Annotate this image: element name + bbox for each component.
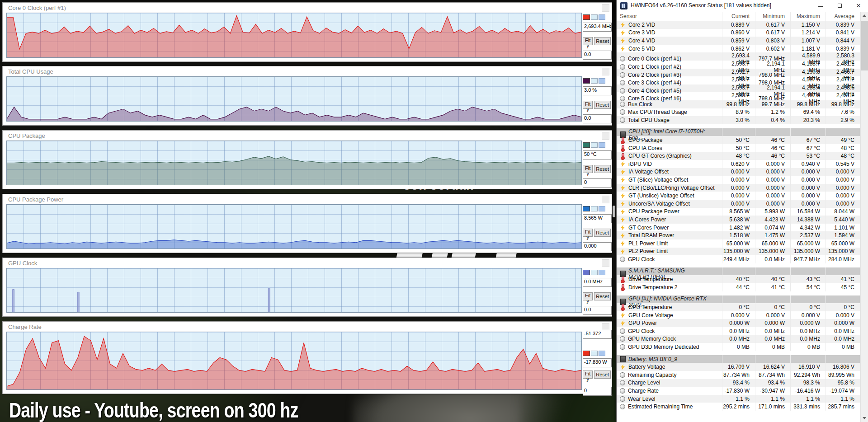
sensor-row[interactable]: Core 2 Clock (perf #3)2,992.7 MHz798.0 M… — [617, 69, 860, 77]
sensor-row[interactable]: Charge Rate-17.830 W-30.947 W-16.416 W-1… — [617, 387, 860, 395]
sensor-section-header[interactable]: Battery: MSI BIF0_9 — [617, 355, 860, 363]
series-color-swatch[interactable] — [583, 351, 590, 356]
sensor-row[interactable]: GPU Memory Clock0.0 MHz0.0 MHz0.0 MHz0.0… — [617, 335, 860, 343]
graph-min-scale-input[interactable]: 0.0 — [583, 51, 612, 60]
background-color-swatch[interactable] — [591, 78, 598, 84]
sensor-row[interactable]: GPU Clock249.4 MHz0.0 MHz947.7 MHz284.0 … — [617, 255, 860, 263]
graph-corner-button[interactable] — [602, 68, 609, 75]
sensor-row[interactable]: GPU Clock0.0 MHz0.0 MHz0.0 MHz0.0 MHz — [617, 327, 860, 335]
sensor-row[interactable]: Core 3 Clock (perf #4)2,593.7 MHz798.0 M… — [617, 76, 860, 84]
graph-min-scale-input[interactable]: 0 — [583, 178, 612, 188]
sensor-row[interactable]: Drive Temperature 244 °C41 °C54 °C45 °C — [617, 283, 860, 291]
graph-corner-button[interactable] — [602, 132, 609, 140]
scrollbar-thumb[interactable] — [861, 21, 868, 70]
reset-button[interactable]: Reset — [594, 229, 611, 237]
vertical-scrollbar[interactable] — [860, 12, 868, 422]
reset-button[interactable]: Reset — [594, 292, 611, 300]
sensor-row[interactable]: Drive Temperature40 °C40 °C43 °C41 °C — [617, 275, 860, 283]
background-color-swatch[interactable] — [591, 142, 598, 148]
grid-color-swatch[interactable] — [599, 142, 605, 148]
graph-window[interactable]: Charge Rate -51.372 -17.830 W Fit y Rese… — [2, 321, 612, 394]
series-color-swatch[interactable] — [583, 78, 590, 84]
graph-window[interactable]: Total CPU Usage 3.0 % Fit y Reset 0.0 — [2, 66, 612, 126]
sensor-row[interactable]: IA Cores Power5.638 W4.423 W14.388 W5.44… — [617, 216, 860, 224]
graph-scale-input[interactable]: -51.372 — [583, 330, 612, 339]
graph-corner-button[interactable] — [602, 4, 609, 12]
series-color-swatch[interactable] — [583, 142, 590, 148]
sensor-row[interactable]: GPU D3D Memory Dedicated0 MB0 MB0 MB0 MB — [617, 343, 860, 351]
grid-color-swatch[interactable] — [599, 351, 605, 356]
graph-window[interactable]: Core 0 Clock (perf #1) 2,693.4 MHz Fit y… — [2, 2, 612, 62]
sensor-row[interactable]: CLR (CBo/LLC/Ring) Voltage Offset0.000 V… — [617, 184, 860, 192]
reset-button[interactable]: Reset — [594, 370, 611, 379]
fit-y-button[interactable]: Fit y — [583, 101, 593, 109]
fit-y-button[interactable]: Fit y — [583, 37, 593, 45]
close-button[interactable]: ✕ — [849, 0, 868, 12]
column-average[interactable]: Average — [826, 12, 860, 21]
sensor-row[interactable]: GT (Unslice) Voltage Offset0.000 V0.000 … — [617, 192, 860, 200]
sensor-row[interactable]: GPU Temperature0 °C0 °C0 °C0 °C — [617, 303, 860, 311]
reset-button[interactable]: Reset — [594, 37, 611, 45]
minimize-button[interactable] — [811, 0, 830, 12]
graph-min-scale-input[interactable]: 0.000 — [583, 242, 612, 251]
grid-color-swatch[interactable] — [599, 206, 605, 211]
sensor-row[interactable]: Core 5 Clock (perf #6)2,593.7 MHz798.0 M… — [617, 92, 860, 100]
sensor-row[interactable]: CPU IA Cores50 °C46 °C67 °C48 °C — [617, 144, 860, 152]
sensor-row[interactable]: Max CPU/Thread Usage8.9 %1.2 %69.4 %7.6 … — [617, 108, 860, 117]
sensor-section-header[interactable]: GPU [#1]: NVIDIA GeForce RTX 2070: — [617, 295, 860, 304]
sensor-row[interactable]: Remaining Capacity87.734 Wh87.734 Wh92.2… — [617, 371, 860, 379]
grid-color-swatch[interactable] — [599, 270, 605, 275]
series-color-swatch[interactable] — [583, 270, 590, 275]
fit-y-button[interactable]: Fit y — [583, 229, 593, 237]
sensor-row[interactable]: Uncore/SA Voltage Offset0.000 V0.000 V0.… — [617, 200, 860, 208]
sensor-row[interactable]: Core 4 Clock (perf #5)2,593.7 MHz2,194.1… — [617, 84, 860, 93]
grid-color-swatch[interactable] — [599, 78, 605, 84]
sensor-row[interactable]: Core 2 VID0.889 V0.617 V1.150 V0.839 V — [617, 21, 860, 29]
background-color-swatch[interactable] — [591, 351, 598, 356]
fit-y-button[interactable]: Fit y — [583, 292, 593, 300]
fit-y-button[interactable]: Fit y — [583, 370, 593, 379]
scroll-down-icon[interactable] — [861, 414, 868, 422]
sensor-row[interactable]: Battery Voltage16.709 V16.624 V16.910 V1… — [617, 363, 860, 371]
series-color-swatch[interactable] — [583, 14, 590, 20]
sensor-row[interactable]: GPU Core Voltage0.000 V0.000 V0.000 V0.0… — [617, 311, 860, 319]
sensor-section-header[interactable]: S.M.A.R.T.: SAMSUNG MZVLB1T0HAL... — [617, 267, 860, 276]
graph-window[interactable]: CPU Package Power 8.565 W Fit y Reset 0.… — [2, 194, 612, 253]
grid-color-swatch[interactable] — [599, 14, 605, 20]
background-color-swatch[interactable] — [591, 14, 598, 20]
graph-corner-button[interactable] — [602, 196, 609, 203]
sensor-row[interactable]: iGPU VID0.620 V0.000 V0.940 V0.545 V — [617, 160, 860, 168]
sensor-row[interactable]: GPU Power0.000 W0.000 W0.000 W0.000 W — [617, 319, 860, 327]
sensor-table-header[interactable]: Sensor Current Minimum Maximum Average — [617, 12, 860, 21]
maximize-button[interactable] — [830, 0, 849, 12]
sensor-row[interactable]: CPU Package50 °C46 °C67 °C49 °C — [617, 136, 860, 144]
sensor-row[interactable]: Wear Level1.1 %1.1 %1.1 %1.1 % — [617, 395, 860, 403]
sensor-row[interactable]: Total DRAM Power1.518 W1.475 W2.537 W1.5… — [617, 231, 860, 239]
sensor-row[interactable]: Core 3 VID0.860 V0.617 V1.214 V0.841 V — [617, 29, 860, 37]
sensor-row[interactable]: GT (Slice) Voltage Offset0.000 V0.000 V0… — [617, 176, 860, 184]
reset-button[interactable]: Reset — [594, 101, 611, 109]
sensor-row[interactable]: Bus Clock99.8 MHz99.7 MHz99.8 MHz99.8 MH… — [617, 100, 860, 108]
sensor-row[interactable]: Core 1 Clock (perf #2)2,593.7 MHz2,194.1… — [617, 61, 860, 69]
sensor-row[interactable]: CPU GT Cores (Graphics)48 °C46 °C53 °C48… — [617, 152, 860, 160]
sensor-row[interactable]: Total CPU Usage3.0 %0.4 %20.3 %2.9 % — [617, 116, 860, 124]
sensor-row[interactable]: Estimated Remaining Time295.2 mins171.0 … — [617, 403, 860, 411]
series-color-swatch[interactable] — [583, 206, 590, 211]
hwinfo-titlebar[interactable]: HWiNFO64 v6.26-4160 Sensor Status [181 v… — [617, 0, 868, 12]
background-color-swatch[interactable] — [591, 206, 598, 211]
background-color-swatch[interactable] — [591, 270, 598, 275]
sensor-row[interactable]: Core 0 Clock (perf #1)2,693.4 MHz797.7 M… — [617, 52, 860, 61]
sensor-row[interactable]: IA Voltage Offset0.000 V0.000 V0.000 V0.… — [617, 168, 860, 176]
sensor-row[interactable]: Core 5 VID0.862 V0.602 V1.181 V0.839 V — [617, 45, 860, 53]
graph-window[interactable]: CPU Package 50 °C Fit y Reset 0 — [2, 130, 612, 189]
sensor-row[interactable]: PL1 Power Limit65.000 W65.000 W65.000 W6… — [617, 239, 860, 248]
hwinfo-window[interactable]: HWiNFO64 v6.26-4160 Sensor Status [181 v… — [616, 0, 868, 422]
graph-min-scale-input[interactable]: 0 — [583, 387, 612, 396]
sensor-row[interactable]: Core 4 VID0.859 V0.803 V1.007 V0.844 V — [617, 37, 860, 45]
column-sensor[interactable]: Sensor — [617, 12, 722, 21]
reset-button[interactable]: Reset — [594, 165, 611, 173]
column-maximum[interactable]: Maximum — [791, 12, 826, 21]
graph-corner-button[interactable] — [602, 259, 609, 267]
sensor-row[interactable]: PL2 Power Limit135.000 W135.000 W135.000… — [617, 248, 860, 256]
graph-window[interactable]: GPU Clock 0.0 MHz Fit y Reset 0.0 — [2, 258, 612, 317]
